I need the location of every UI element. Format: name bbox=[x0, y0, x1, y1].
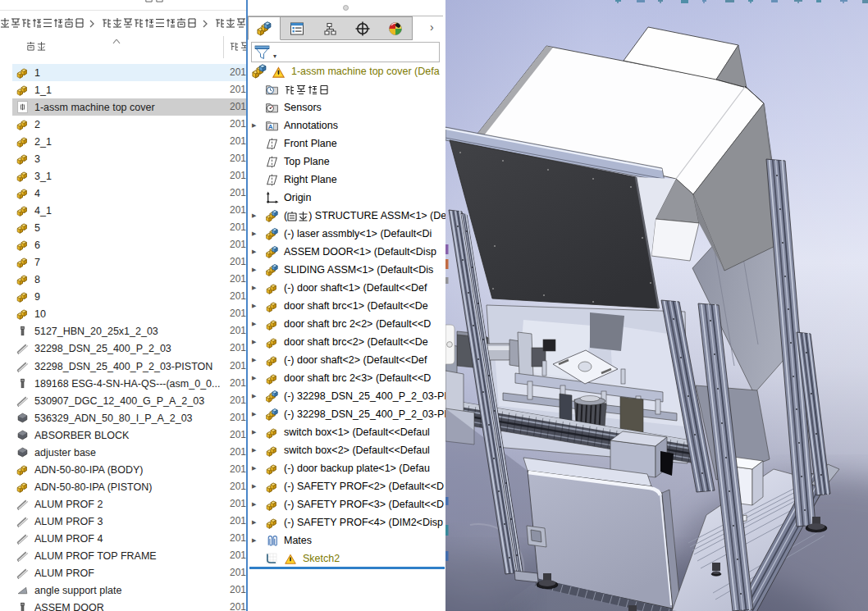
svg-text:A: A bbox=[268, 123, 273, 130]
